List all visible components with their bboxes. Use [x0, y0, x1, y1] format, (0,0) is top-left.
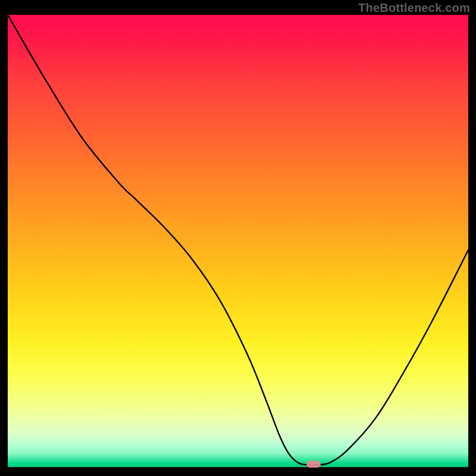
bottleneck-curve: [8, 15, 468, 467]
optimal-marker: [306, 461, 321, 468]
chart-frame: TheBottleneck.com: [0, 0, 476, 476]
curve-path: [8, 15, 468, 465]
watermark-text: TheBottleneck.com: [358, 1, 470, 15]
plot-area: [8, 15, 468, 467]
